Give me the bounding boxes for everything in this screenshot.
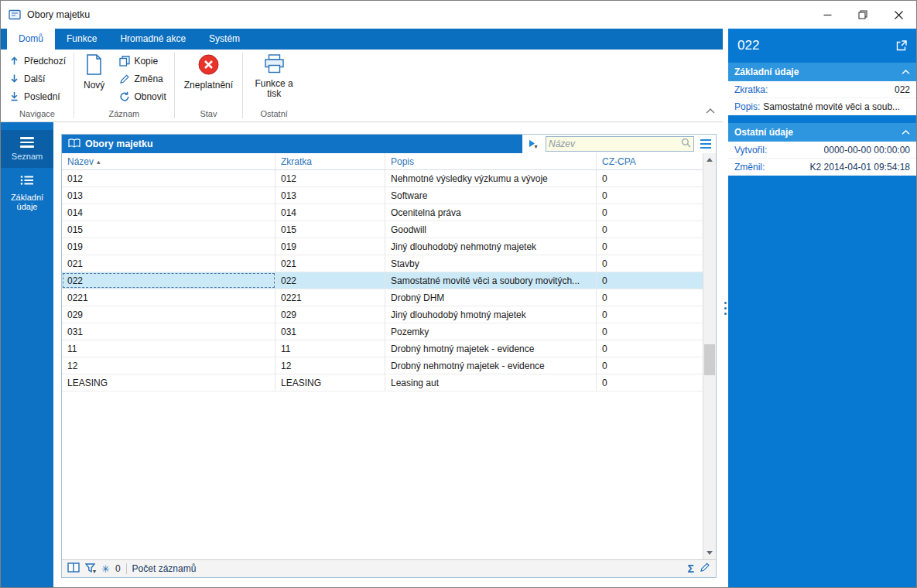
field-label: Vytvořil:: [734, 145, 767, 156]
ribbon-group-ostatni: Funkce a tisk Ostatní: [243, 50, 305, 121]
scroll-down-button[interactable]: [703, 546, 716, 559]
section-header-zakladni-udaje[interactable]: Základní údaje: [728, 63, 916, 81]
table-row[interactable]: 1111Drobný hmotný majetek - evidence0: [62, 340, 703, 357]
field-popis: Popis: Samostatné movité věci a soub...: [728, 98, 916, 115]
invalidate-button[interactable]: Zneplatnění: [178, 52, 239, 91]
section-fields: Vytvořil: 0000-00-00 00:00:00 Změnil: K2…: [728, 142, 916, 176]
section-title: Základní údaje: [734, 67, 799, 77]
edit-icon: [118, 74, 130, 84]
table-row[interactable]: 1212Drobný nehmotný majetek - evidence0: [62, 357, 703, 374]
table-menu-button[interactable]: [696, 135, 716, 153]
table-cell: 019: [275, 238, 385, 255]
columns-icon[interactable]: [67, 562, 80, 576]
column-label: Popis: [391, 156, 414, 167]
section-fields: Zkratka: 022 Popis: Samostatné movité vě…: [728, 81, 916, 115]
sum-icon[interactable]: Σ: [688, 563, 694, 574]
sidebar-item-zakladni-udaje[interactable]: Základní údaje: [1, 168, 53, 218]
table-cell: 013: [62, 187, 275, 203]
table-statusbar: ▾ ✳ 0 Počet záznamů Σ: [62, 559, 716, 577]
frozen-rows-icon[interactable]: ✳: [101, 564, 110, 574]
ribbon-group-stav: Zneplatnění Stav: [175, 50, 242, 121]
column-label: CZ-CPA: [602, 156, 636, 167]
tab-system[interactable]: Systém: [197, 29, 251, 50]
column-header-zkratka[interactable]: Zkratka: [275, 153, 385, 169]
tab-hromadne-akce[interactable]: Hromadné akce: [108, 29, 197, 50]
last-button[interactable]: Poslední: [4, 87, 70, 105]
table-cell: 012: [62, 170, 275, 186]
table-cell: Drobný nehmotný majetek - evidence: [385, 357, 597, 374]
table-rows: 012012Nehmotné výsledky výzkumu a vývoje…: [62, 170, 703, 559]
search-input[interactable]: [549, 138, 681, 149]
table-row[interactable]: 021021Stavby0: [62, 255, 703, 272]
panel-splitter[interactable]: [723, 29, 728, 587]
table-cell: 029: [275, 306, 385, 323]
next-button[interactable]: Další: [4, 70, 70, 87]
table-cell: 015: [275, 221, 385, 238]
titlebar: Obory majetku: [1, 1, 916, 29]
list-icon: [20, 175, 34, 189]
close-button[interactable]: [881, 1, 916, 29]
functions-print-button[interactable]: Funkce a tisk: [246, 52, 302, 99]
column-header-cz-cpa[interactable]: CZ-CPA: [597, 153, 703, 169]
tab-domu[interactable]: Domů: [7, 29, 55, 50]
table-cell: Samostatné movité věci a soubory movitýc…: [385, 272, 597, 289]
table-cell: 0221: [62, 289, 275, 306]
section-title: Ostatní údaje: [734, 127, 793, 138]
filter-icon[interactable]: ▾: [85, 563, 96, 575]
table-cell: 0: [597, 187, 703, 203]
new-button[interactable]: Nový: [77, 52, 111, 91]
table-row[interactable]: 031031Pozemky0: [62, 323, 703, 340]
table-row[interactable]: LEASINGLEASINGLeasing aut0: [62, 374, 703, 391]
section-header-ostatni-udaje[interactable]: Ostatní údaje: [728, 123, 916, 142]
table-cell: 0221: [275, 289, 385, 306]
section-ostatni-udaje: Ostatní údaje Vytvořil: 0000-00-00 00:00…: [728, 123, 916, 176]
previous-button[interactable]: Předchozí: [4, 52, 70, 70]
refresh-button[interactable]: Obnovit: [114, 87, 170, 105]
restore-button[interactable]: [845, 1, 881, 29]
table-cell: 0: [597, 357, 703, 374]
sidebar-item-seznam[interactable]: Seznam: [1, 130, 53, 168]
quick-filter-button[interactable]: ▾: [522, 135, 544, 153]
copy-button[interactable]: Kopie: [114, 52, 170, 70]
table-title-bar: Obory majetku: [62, 135, 522, 153]
table-cell: 013: [275, 187, 385, 203]
group-label-ostatni: Ostatní: [246, 108, 302, 121]
popout-icon[interactable]: [896, 40, 907, 51]
vertical-scrollbar[interactable]: [703, 153, 716, 559]
table-row[interactable]: 013013Software0: [62, 187, 703, 204]
table-cell: 0: [597, 238, 703, 255]
app-window: Obory majetku Domů Funkce Hromadné akce …: [0, 0, 917, 588]
table-row[interactable]: 012012Nehmotné výsledky výzkumu a vývoje…: [62, 170, 703, 187]
table-row[interactable]: 022022Samostatné movité věci a soubory m…: [62, 272, 703, 289]
column-header-popis[interactable]: Popis: [385, 153, 597, 169]
scrollbar-track[interactable]: [703, 166, 716, 546]
table-header-bar: Obory majetku ▾: [62, 135, 716, 153]
edit-button[interactable]: Změna: [114, 70, 170, 87]
table-cell: Software: [385, 187, 597, 203]
minimize-button[interactable]: [809, 1, 845, 29]
edit-note-icon[interactable]: [700, 562, 710, 576]
table-row[interactable]: 019019Jiný dlouhodobý nehmotný majetek0: [62, 238, 703, 255]
table-cell: 0: [597, 272, 703, 289]
table-cell: 021: [275, 255, 385, 272]
field-zmenil: Změnil: K2 2014-04-01 09:54:18: [728, 159, 916, 176]
filter-count: 0: [115, 563, 121, 574]
table-row[interactable]: 02210221Drobný DHM0: [62, 289, 703, 306]
table-row[interactable]: 029029Jiný dlouhodobý hmotný majetek0: [62, 306, 703, 323]
column-header-nazev[interactable]: Název ▴: [62, 153, 275, 169]
arrow-down-bar-icon: [9, 91, 20, 101]
tab-funkce[interactable]: Funkce: [55, 29, 108, 50]
table-cell: 0: [597, 255, 703, 272]
group-label-stav: Stav: [178, 108, 239, 121]
table-cell: 0: [597, 306, 703, 323]
table-cell: Stavby: [385, 255, 597, 272]
menu-icon: [20, 137, 34, 148]
table-row[interactable]: 014014Ocenitelná práva0: [62, 204, 703, 221]
scrollbar-thumb[interactable]: [704, 344, 715, 375]
table-title: Obory majetku: [85, 138, 153, 149]
scroll-up-button[interactable]: [703, 153, 716, 166]
arrow-up-icon: [9, 56, 20, 66]
table-cell: 014: [275, 204, 385, 220]
table-row[interactable]: 015015Goodwill0: [62, 221, 703, 238]
collapse-ribbon-button[interactable]: [706, 103, 715, 117]
